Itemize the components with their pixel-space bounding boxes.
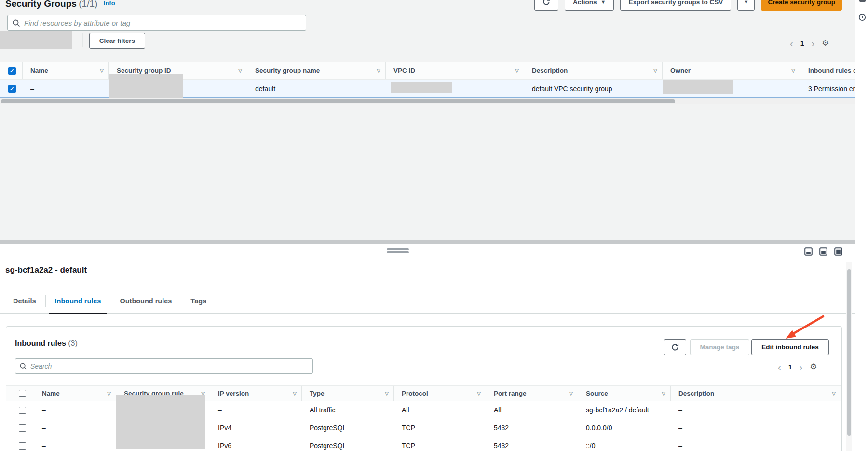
divider	[82, 33, 83, 47]
sort-icon: ▽	[791, 68, 795, 73]
scrollbar-thumb[interactable]	[1, 99, 675, 103]
top-toolbar: Actions ▼ Export security groups to CSV …	[534, 0, 842, 11]
cell-protocol: TCP	[394, 442, 486, 450]
column-header-owner[interactable]: Owner ▽	[663, 62, 800, 79]
edit-inbound-rules-button[interactable]: Edit inbound rules	[751, 339, 829, 355]
panel-size-large-icon[interactable]	[834, 247, 842, 256]
inbound-rules-title: Inbound rules (3)	[15, 339, 78, 348]
sort-icon: ▽	[238, 68, 242, 73]
clear-filters-button[interactable]: Clear filters	[89, 33, 145, 49]
sort-icon: ▽	[662, 391, 665, 396]
detail-vertical-scrollbar	[846, 262, 852, 451]
search-icon	[20, 363, 27, 370]
manage-tags-button[interactable]: Manage tags	[690, 339, 749, 355]
cell-port-range: 5432	[486, 424, 578, 432]
cell-description: –	[671, 424, 841, 432]
cell-inbound-rules-count: 3 Permission entries	[800, 85, 855, 93]
row-checkbox[interactable]	[19, 407, 26, 414]
rail-top-icon[interactable]	[859, 0, 866, 2]
column-header-ip-version[interactable]: IP version ▽	[210, 386, 302, 401]
row-checkbox-cell	[6, 424, 34, 432]
row-checkbox[interactable]	[19, 442, 26, 450]
select-all-checkbox[interactable]	[19, 390, 26, 397]
sort-icon: ▽	[100, 68, 104, 73]
column-header-inbound-rules-count[interactable]: Inbound rules count	[800, 62, 855, 79]
split-drag-handle[interactable]	[387, 248, 409, 254]
settings-gear-icon[interactable]: ⚙	[822, 40, 829, 47]
cell-type: All traffic	[302, 406, 394, 414]
divider	[45, 295, 46, 307]
sort-icon: ▽	[515, 68, 519, 73]
cell-source: 0.0.0.0/0	[578, 424, 671, 432]
next-page-button[interactable]: ›	[811, 40, 814, 47]
column-header-port-range[interactable]: Port range ▽	[486, 386, 578, 401]
cell-description: –	[671, 442, 841, 450]
panel-size-small-icon[interactable]	[804, 247, 813, 256]
row-checkbox[interactable]	[19, 424, 26, 432]
resources-search-field[interactable]	[7, 15, 306, 31]
column-header-source[interactable]: Source ▽	[578, 386, 671, 401]
scrollbar-thumb[interactable]	[847, 269, 851, 436]
page-number[interactable]: 1	[788, 363, 792, 371]
column-header-name[interactable]: Name ▽	[34, 386, 116, 401]
cell-security-group-name: default	[247, 85, 386, 93]
pagination: ‹ 1 › ⚙	[790, 40, 829, 47]
column-header-security-group-name[interactable]: Security group name ▽	[247, 62, 386, 79]
security-groups-list-pane: Security Groups (1/1) Info Clear filters	[0, 0, 855, 240]
panel-size-medium-icon[interactable]	[819, 247, 827, 256]
sort-icon: ▽	[832, 391, 836, 396]
redacted-owner	[663, 80, 733, 94]
refresh-icon	[671, 343, 679, 352]
column-header-type[interactable]: Type ▽	[302, 386, 394, 401]
cell-ip-version: IPv4	[210, 424, 302, 432]
divider	[110, 295, 110, 307]
filter-tag-redacted	[0, 31, 72, 49]
export-csv-button[interactable]: Export security groups to CSV	[620, 0, 731, 11]
rules-search-input[interactable]	[30, 362, 308, 370]
page-number[interactable]: 1	[800, 40, 804, 47]
tab-tags[interactable]: Tags	[184, 288, 213, 314]
refresh-button[interactable]	[534, 0, 558, 11]
security-groups-console: Security Groups (1/1) Info Clear filters	[0, 0, 868, 451]
select-all-checkbox[interactable]: ✓	[8, 67, 16, 75]
page-title-count: (1/1)	[79, 0, 97, 9]
search-input[interactable]	[24, 19, 301, 27]
check-icon: ✓	[10, 86, 14, 92]
select-all-checkbox-cell: ✓	[0, 62, 23, 79]
cloudshell-clock-icon[interactable]	[858, 14, 866, 21]
info-link[interactable]: Info	[104, 0, 115, 7]
sort-icon: ▽	[293, 391, 297, 396]
tab-inbound-rules[interactable]: Inbound rules	[48, 288, 108, 314]
redacted-vpc-id	[391, 82, 452, 93]
right-side-rail	[855, 0, 868, 451]
row-checkbox-cell	[6, 407, 34, 414]
select-all-checkbox-cell	[6, 386, 34, 401]
actions-button[interactable]: Actions ▼	[565, 0, 614, 11]
check-icon: ✓	[10, 68, 14, 74]
detail-title: sg-bcf1a2a2 - default	[5, 265, 87, 275]
rules-search-field[interactable]	[15, 358, 313, 374]
redacted-security-group-rule-ids	[116, 395, 205, 449]
column-header-description[interactable]: Description ▽	[524, 62, 663, 79]
cell-description: default VPC security group	[524, 85, 663, 93]
caret-down-icon: ▼	[601, 0, 606, 5]
row-checkbox-cell: ✓	[0, 85, 23, 93]
rules-refresh-button[interactable]	[664, 339, 686, 355]
column-header-name[interactable]: Name ▽	[23, 62, 109, 79]
column-header-vpc-id[interactable]: VPC ID ▽	[386, 62, 524, 79]
tab-outbound-rules[interactable]: Outbound rules	[113, 288, 178, 314]
column-header-protocol[interactable]: Protocol ▽	[394, 386, 486, 401]
previous-page-button[interactable]: ‹	[778, 364, 781, 370]
cell-description: –	[671, 406, 841, 414]
row-checkbox[interactable]: ✓	[8, 85, 16, 93]
cell-ip-version: –	[210, 406, 302, 414]
previous-page-button[interactable]: ‹	[790, 40, 793, 47]
create-security-group-button[interactable]: Create security group	[761, 0, 842, 11]
cell-protocol: TCP	[394, 424, 486, 432]
export-csv-dropdown-button[interactable]: ▼	[737, 0, 755, 11]
next-page-button[interactable]: ›	[799, 364, 802, 370]
pane-horizontal-scrollbar[interactable]	[0, 240, 855, 244]
tab-details[interactable]: Details	[6, 288, 43, 314]
settings-gear-icon[interactable]: ⚙	[810, 363, 817, 371]
column-header-description[interactable]: Description ▽	[671, 386, 841, 401]
